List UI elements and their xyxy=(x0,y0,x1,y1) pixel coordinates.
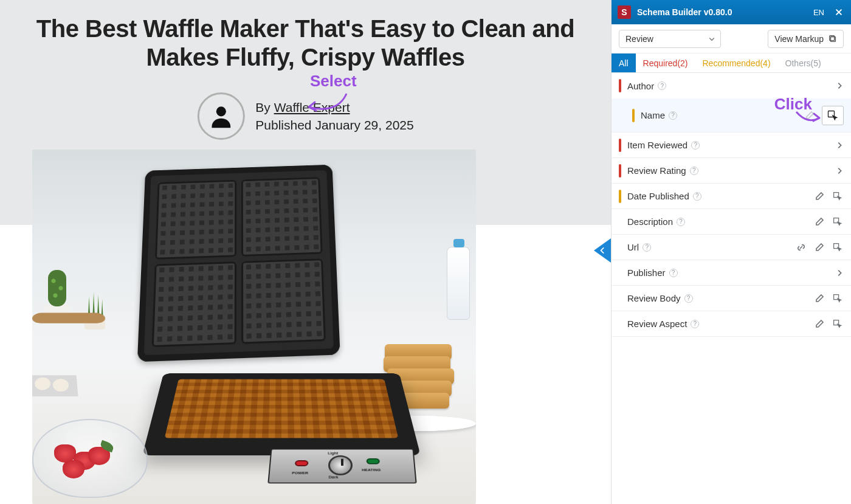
chevron-right-icon xyxy=(835,269,844,277)
collapse-panel-tab[interactable] xyxy=(594,238,611,263)
properties-list: Author ? Name ? Click xyxy=(612,73,851,504)
pencil-icon xyxy=(815,217,824,227)
edit-value-button[interactable] xyxy=(813,241,825,254)
select-on-page-button[interactable] xyxy=(832,190,844,202)
author-link[interactable]: Waffle Expert xyxy=(274,100,350,114)
property-label: Review Body xyxy=(627,293,681,303)
view-markup-button[interactable]: View Markup xyxy=(768,30,844,48)
plant-decor xyxy=(38,265,75,320)
close-icon xyxy=(835,8,843,16)
link-icon xyxy=(796,243,806,252)
required-marker xyxy=(619,139,621,152)
select-on-page-button[interactable] xyxy=(832,292,844,305)
waffle-maker: POWER Light Dark HEATING xyxy=(117,156,348,423)
strawberry-bowl-decor xyxy=(32,419,148,498)
help-icon[interactable]: ? xyxy=(658,81,666,90)
power-label: POWER xyxy=(292,471,308,475)
element-selector-icon xyxy=(833,243,842,252)
schema-builder-panel: S Schema Builder v0.80.0 EN Review View … xyxy=(611,0,851,504)
element-selector-icon xyxy=(833,217,842,227)
published-prefix: Published xyxy=(255,118,315,132)
panel-title: Schema Builder v0.80.0 xyxy=(637,7,732,17)
property-review-aspect[interactable]: Review Aspect ? xyxy=(612,311,851,337)
edit-value-button[interactable] xyxy=(813,318,825,330)
help-icon[interactable]: ? xyxy=(677,218,685,226)
required-marker xyxy=(619,164,621,178)
property-author-name[interactable]: Name ? Click xyxy=(612,98,851,133)
edit-value-button[interactable] xyxy=(813,216,825,228)
property-label: Review Aspect xyxy=(627,319,687,329)
property-date-published[interactable]: Date Published ? xyxy=(612,184,851,209)
chevron-right-icon xyxy=(835,141,844,150)
recommended-marker xyxy=(632,109,635,122)
property-label: Item Reviewed xyxy=(627,140,687,150)
edit-value-button[interactable] xyxy=(804,109,816,122)
edit-value-button[interactable] xyxy=(813,292,825,305)
tab-others[interactable]: Others(5) xyxy=(778,54,829,72)
light-label: Light xyxy=(328,452,338,455)
published-date: January 29, 2025 xyxy=(315,118,413,132)
help-icon[interactable]: ? xyxy=(691,320,699,328)
select-on-page-button[interactable] xyxy=(832,241,844,254)
annotation-select-label: Select xyxy=(310,72,357,91)
element-selector-icon xyxy=(827,109,839,122)
help-icon[interactable]: ? xyxy=(669,269,678,277)
property-label: Publisher xyxy=(627,268,666,278)
help-icon[interactable]: ? xyxy=(691,141,700,150)
browning-dial xyxy=(328,455,353,475)
edit-value-button[interactable] xyxy=(813,190,825,202)
svg-point-0 xyxy=(216,106,226,116)
article-headline: The Best Waffle Maker That's Easy to Cle… xyxy=(0,15,611,72)
schema-type-value: Review xyxy=(625,34,653,44)
help-icon[interactable]: ? xyxy=(643,243,651,252)
property-url[interactable]: Url ? xyxy=(612,235,851,260)
cutting-board-decor xyxy=(32,313,106,323)
select-on-page-button[interactable] xyxy=(822,106,844,125)
author-block: By Waffle Expert Published January 29, 2… xyxy=(197,92,413,140)
required-marker xyxy=(619,79,621,92)
property-label: Review Rating xyxy=(627,165,686,176)
element-selector-icon xyxy=(833,294,842,303)
property-label: Author xyxy=(627,81,654,91)
dark-label: Dark xyxy=(329,475,339,479)
panel-controls: Review View Markup xyxy=(612,24,851,54)
property-label: Description xyxy=(627,216,673,227)
tab-all[interactable]: All xyxy=(612,54,636,72)
milk-bottle-decor xyxy=(447,247,470,320)
property-label: Date Published xyxy=(627,191,689,201)
view-markup-label: View Markup xyxy=(774,34,824,44)
heating-label: HEATING xyxy=(362,468,381,472)
pencil-icon xyxy=(815,319,824,329)
chevron-left-icon xyxy=(598,246,607,255)
pencil-icon xyxy=(815,243,824,252)
tab-recommended[interactable]: Recommended(4) xyxy=(695,54,778,72)
eggs-decor xyxy=(32,375,78,396)
property-publisher[interactable]: Publisher ? xyxy=(612,260,851,286)
chevron-down-icon xyxy=(708,35,715,43)
tab-required[interactable]: Required(2) xyxy=(636,54,695,72)
help-icon[interactable]: ? xyxy=(690,167,698,175)
help-icon[interactable]: ? xyxy=(669,111,677,120)
property-author[interactable]: Author ? xyxy=(612,73,851,98)
schema-type-select[interactable]: Review xyxy=(619,30,721,48)
panel-header: S Schema Builder v0.80.0 EN xyxy=(612,0,851,24)
app-logo: S xyxy=(618,5,631,19)
language-toggle[interactable]: EN xyxy=(811,7,827,18)
close-button[interactable] xyxy=(833,6,845,18)
link-button[interactable] xyxy=(795,241,807,254)
help-icon[interactable]: ? xyxy=(684,294,693,303)
property-review-body[interactable]: Review Body ? xyxy=(612,286,851,311)
property-description[interactable]: Description ? xyxy=(612,209,851,235)
chevron-right-icon xyxy=(835,81,844,90)
article-area: The Best Waffle Maker That's Easy to Cle… xyxy=(0,0,611,504)
copy-icon xyxy=(829,35,837,43)
select-on-page-button[interactable] xyxy=(832,318,844,330)
avatar xyxy=(197,92,244,140)
property-review-rating[interactable]: Review Rating ? xyxy=(612,158,851,184)
heating-led xyxy=(367,458,380,464)
select-on-page-button[interactable] xyxy=(832,216,844,228)
byline: By Waffle Expert Published January 29, 2… xyxy=(255,98,413,134)
property-item-reviewed[interactable]: Item Reviewed ? xyxy=(612,133,851,158)
help-icon[interactable]: ? xyxy=(693,192,701,201)
power-led xyxy=(295,460,308,466)
